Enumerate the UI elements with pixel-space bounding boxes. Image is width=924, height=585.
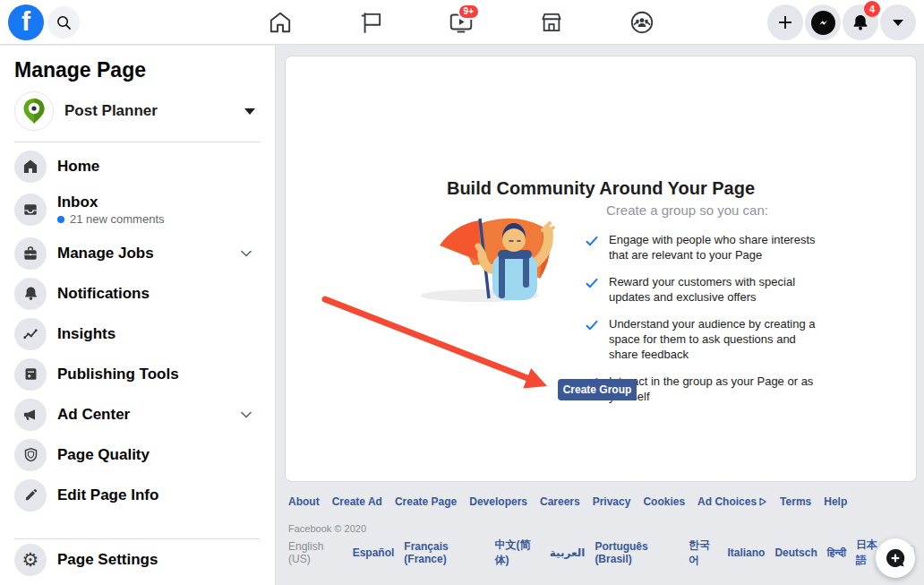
page-avatar — [14, 91, 54, 131]
messenger-button[interactable] — [805, 4, 841, 40]
page-title: Manage Page — [14, 58, 275, 82]
notifications-button[interactable]: 4 — [843, 4, 878, 40]
main-content: Build Community Around Your Page Create … — [277, 46, 924, 585]
sidebar: Manage Page Post Planner Home — [0, 46, 276, 585]
benefit-text: Reward your customers with special updat… — [609, 274, 819, 305]
publishing-tools-icon — [14, 358, 47, 391]
footer-link-help[interactable]: Help — [824, 495, 847, 508]
sidebar-item-page-quality[interactable]: Page Quality — [0, 434, 275, 475]
check-icon — [585, 234, 599, 248]
card-subtitle: Create a group so you can: — [606, 202, 768, 218]
language-link[interactable]: Italiano — [727, 546, 765, 559]
inbox-subtext-label: 21 new comments — [70, 212, 165, 226]
plus-icon — [776, 13, 794, 31]
sidebar-menu: Home Inbox 21 new comments — [0, 146, 275, 515]
page-name: Post Planner — [64, 102, 244, 120]
gear-icon: ⚙ — [14, 544, 47, 576]
footer-link-create-ad[interactable]: Create Ad — [332, 495, 382, 508]
footer-link-about[interactable]: About — [288, 495, 320, 508]
language-link[interactable]: 中文(简体) — [494, 538, 539, 568]
inbox-subtext: 21 new comments — [57, 212, 165, 226]
home-icon — [267, 9, 294, 36]
chevron-down-icon[interactable] — [239, 246, 253, 261]
main-nav-tabs: 9+ — [265, 0, 657, 45]
storefront-icon — [538, 9, 565, 36]
card-title: Build Community Around Your Page — [286, 178, 916, 199]
search-button[interactable] — [47, 6, 80, 39]
nav-tab-marketplace[interactable] — [536, 0, 567, 45]
sidebar-item-page-settings[interactable]: ⚙ Page Settings — [0, 539, 274, 580]
home-icon — [14, 151, 47, 183]
sidebar-item-insights[interactable]: Insights — [0, 314, 275, 354]
benefit-text: Interact in the group as your Page or as… — [609, 374, 819, 404]
build-community-card: Build Community Around Your Page Create … — [285, 56, 917, 482]
sidebar-item-label: Insights — [57, 325, 116, 343]
language-link[interactable]: हिन्दी — [827, 546, 846, 559]
post-planner-logo — [19, 96, 49, 126]
sidebar-item-label: Manage Jobs — [57, 245, 154, 262]
sidebar-item-edit-page-info[interactable]: Edit Page Info — [0, 475, 275, 515]
language-link[interactable]: Deutsch — [774, 546, 817, 559]
language-selector: English (US) Español Français (France) 中… — [288, 538, 915, 568]
benefit-item: Engage with people who share interests t… — [585, 232, 819, 262]
footer-link-ad-choices[interactable]: Ad Choices — [697, 495, 767, 508]
footer-link-terms[interactable]: Terms — [780, 495, 811, 508]
search-icon — [56, 14, 73, 31]
benefit-item: Understand your audience by creating a s… — [585, 316, 819, 362]
caret-down-icon — [244, 108, 255, 115]
benefit-item: Reward your customers with special updat… — [585, 274, 819, 305]
footer-link-developers[interactable]: Developers — [469, 495, 527, 508]
ad-choices-label[interactable]: Ad Choices — [697, 495, 757, 508]
sidebar-item-manage-jobs[interactable]: Manage Jobs — [0, 233, 275, 273]
sidebar-item-notifications[interactable]: Notifications — [0, 273, 275, 314]
megaphone-icon — [14, 399, 47, 431]
sidebar-item-label: Publishing Tools — [57, 366, 179, 383]
sidebar-item-label: Page Quality — [57, 446, 150, 464]
watch-badge: 9+ — [458, 4, 480, 20]
nav-tab-watch[interactable]: 9+ — [446, 0, 476, 45]
language-link[interactable]: العربية — [550, 546, 586, 559]
language-link[interactable]: 한국어 — [689, 538, 717, 568]
messenger-icon — [811, 11, 835, 35]
sidebar-item-ad-center[interactable]: Ad Center — [0, 394, 275, 434]
chevron-down-icon[interactable] — [239, 408, 253, 422]
language-link[interactable]: Português (Brasil) — [595, 540, 679, 565]
inbox-icon — [14, 194, 47, 226]
sidebar-item-label: Edit Page Info — [57, 486, 158, 504]
nav-tab-home[interactable] — [265, 0, 295, 45]
chat-plus-icon — [884, 546, 907, 570]
footer-link-cookies[interactable]: Cookies — [643, 495, 685, 508]
flag-icon — [357, 9, 384, 36]
footer-link-create-page[interactable]: Create Page — [395, 495, 457, 508]
sidebar-item-label: Page Settings — [57, 551, 158, 569]
ad-choices-icon — [758, 497, 767, 506]
account-menu-button[interactable] — [880, 4, 916, 40]
sidebar-item-label: Home — [57, 158, 99, 176]
footer-link-careers[interactable]: Careers — [540, 495, 580, 508]
unread-dot — [57, 216, 64, 223]
sidebar-item-inbox[interactable]: Inbox 21 new comments — [0, 186, 275, 233]
nav-tab-groups[interactable] — [627, 0, 657, 45]
nav-tab-pages[interactable] — [355, 0, 386, 45]
language-link[interactable]: Français (France) — [404, 540, 484, 565]
benefit-text: Understand your audience by creating a s… — [609, 316, 819, 362]
footer-link-privacy[interactable]: Privacy — [593, 495, 631, 508]
facebook-logo[interactable]: f — [8, 4, 44, 40]
pencil-icon — [14, 479, 47, 512]
check-icon — [585, 276, 599, 290]
language-link[interactable]: Español — [353, 546, 395, 559]
sidebar-item-publishing-tools[interactable]: Publishing Tools — [0, 354, 275, 394]
sidebar-item-home[interactable]: Home — [0, 146, 275, 186]
check-icon — [585, 318, 599, 332]
page-switcher[interactable]: Post Planner — [14, 91, 264, 131]
create-group-button[interactable]: Create Group — [558, 379, 637, 400]
insights-icon — [14, 318, 47, 350]
community-illustration — [408, 205, 560, 305]
groups-icon — [629, 9, 655, 36]
briefcase-icon — [14, 237, 47, 270]
bell-icon — [14, 278, 47, 310]
copyright-text: Facebook © 2020 — [288, 523, 915, 534]
create-button[interactable] — [767, 4, 803, 40]
current-language: English (US) — [288, 540, 343, 565]
new-message-button[interactable] — [876, 538, 915, 578]
